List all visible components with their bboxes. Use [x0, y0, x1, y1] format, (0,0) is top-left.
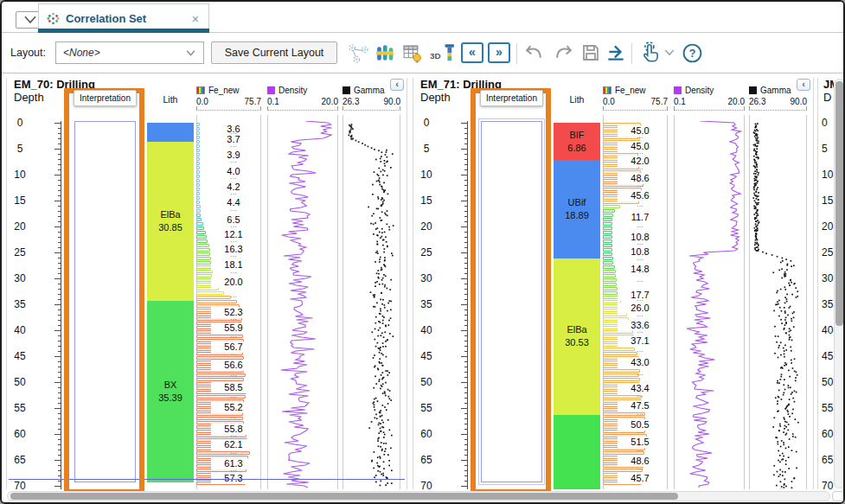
expand-all-button[interactable]: » [488, 42, 510, 63]
tab-correlation-set[interactable]: Correlation Set × [38, 3, 209, 33]
curve-min-value: 0.0 [196, 97, 208, 106]
tab-bar: Correlation Set × [2, 2, 843, 33]
depth-label: 35 [415, 298, 438, 310]
touch-mode-icon[interactable] [639, 41, 662, 64]
interpretation-column-header: Interpretation [480, 90, 543, 106]
fe-bar [603, 214, 613, 217]
chevron-down-icon [185, 49, 196, 57]
depth-label: 10 [415, 169, 438, 181]
vertical-scrollbar-thumb[interactable] [835, 81, 843, 326]
fe-bar [196, 226, 204, 230]
interpretation-box[interactable] [481, 121, 542, 482]
depth-tick [464, 424, 467, 424]
well-columns-icon[interactable] [374, 41, 396, 64]
interpretation-box[interactable] [74, 121, 136, 482]
redo-icon[interactable] [552, 41, 574, 64]
depth-tick [58, 424, 61, 424]
fe-label-separator: ··· [211, 270, 256, 277]
correlation-marker-line[interactable] [9, 479, 405, 480]
lith-segment[interactable] [554, 415, 600, 489]
lith-segment[interactable]: BX35.39 [147, 301, 194, 482]
fe-bar [196, 257, 211, 260]
tab-close-icon[interactable]: × [190, 12, 201, 26]
horizontal-scrollbar-thumb[interactable] [10, 493, 678, 500]
depth-tick [464, 242, 467, 243]
depth-tick [464, 455, 467, 456]
depth-label: 30 [9, 272, 31, 284]
lith-segment[interactable]: UBif18.89 [554, 160, 600, 258]
depth-tick [464, 439, 467, 440]
depth-tick [58, 263, 61, 264]
depth-tick [464, 372, 467, 373]
fe-bar [196, 179, 200, 182]
depth-tick [58, 284, 61, 284]
depth-tick [58, 372, 61, 373]
fe-curve-name: Fe_new [196, 86, 261, 95]
fe-bar [196, 239, 208, 243]
depth-tick [461, 356, 467, 357]
depth-tick [58, 413, 61, 414]
depth-tick [464, 351, 467, 352]
depth-tick [58, 159, 61, 160]
save-current-layout-button[interactable]: Save Current Layout [211, 41, 337, 64]
fe-bar [196, 205, 201, 208]
lith-segment[interactable]: ElBa30.53 [554, 258, 600, 415]
fe-range: 0.075.7 [603, 97, 668, 106]
depth-label: 55 [9, 402, 31, 414]
layout-select-value: <None> [63, 47, 185, 59]
correlation-network-icon[interactable] [347, 41, 369, 64]
depth-label: 15 [9, 195, 31, 207]
fe-bar [603, 278, 617, 282]
export-icon[interactable] [605, 41, 627, 64]
vertical-scrollbar[interactable] [834, 79, 845, 488]
depth-tick [54, 278, 61, 279]
collapse-all-button[interactable]: « [461, 42, 483, 63]
depth-tick [464, 144, 467, 144]
help-icon[interactable]: ? [681, 41, 703, 64]
depth-label: 60 [415, 428, 438, 440]
fe-bar [603, 235, 612, 239]
depth-tick [54, 486, 61, 487]
depth-column-header: Depth [14, 91, 44, 104]
depth-tick [54, 330, 61, 331]
toolbar-separator [516, 43, 517, 64]
depth-tick [464, 185, 467, 186]
depth-tick [464, 289, 467, 290]
depth-tick [58, 247, 61, 248]
layout-select[interactable]: <None> [55, 41, 204, 64]
curve-max-value: 20.0 [322, 97, 338, 106]
lith-segment[interactable] [147, 123, 194, 142]
depth-tick [464, 444, 467, 445]
depth-tick [58, 268, 61, 269]
table-suggest-icon[interactable] [400, 41, 423, 64]
depth-tick [58, 470, 61, 471]
fe-value-label: 55.2 [211, 402, 256, 413]
lith-segment[interactable]: BIF6.86 [554, 123, 600, 160]
depth-tick [58, 164, 61, 165]
depth-tick [58, 133, 61, 134]
depth-tick [464, 247, 467, 248]
undo-icon[interactable] [522, 41, 545, 64]
touch-mode-dropdown-icon[interactable] [663, 41, 676, 64]
depth-tick [464, 346, 467, 347]
horizontal-scrollbar[interactable] [7, 491, 830, 501]
depth-tick [461, 201, 467, 201]
fe-bar [196, 183, 200, 187]
save-icon[interactable] [579, 41, 602, 64]
depth-tick [464, 133, 467, 134]
depth-label: 5 [415, 143, 438, 155]
3d-view-icon[interactable]: 3D [429, 41, 457, 64]
fe-colorbar-icon [196, 86, 205, 94]
fe-label-separator: ··· [211, 207, 256, 214]
density-curve-label: Density [278, 86, 307, 95]
fe-bar [196, 162, 200, 165]
depth-ruler-axis [61, 121, 61, 489]
depth-tick [464, 341, 467, 341]
curve-min-value: 0.0 [603, 97, 615, 106]
fe-bar [603, 291, 618, 295]
fe-bar [603, 248, 612, 252]
fe-value-label: 11.7 [618, 212, 663, 223]
fe-label-separator: ··· [211, 415, 256, 422]
lith-segment[interactable]: ElBa30.85 [147, 142, 194, 301]
fe-value-label: 45.6 [618, 190, 663, 201]
